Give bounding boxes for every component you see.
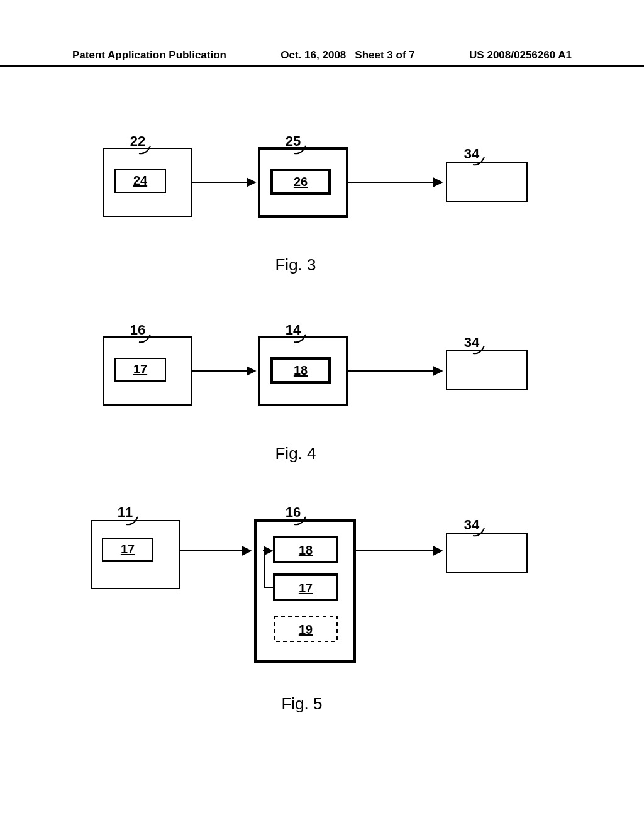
fig5-inner-17-label: 17 <box>121 542 135 556</box>
fig3-inner-24-label: 24 <box>133 174 148 187</box>
fig5-box-34 <box>447 533 527 572</box>
diagram-canvas: 22 24 25 26 34 Fig. 3 16 <box>0 0 644 830</box>
fig4-box-34 <box>447 351 527 390</box>
fig5-ref-34: 34 <box>464 517 480 533</box>
fig4-caption: Fig. 4 <box>275 444 316 463</box>
fig4-ref-14: 14 <box>286 322 301 338</box>
fig4-inner-18-label: 18 <box>294 363 308 377</box>
fig5-inner-17b-label: 17 <box>299 581 313 595</box>
fig5-inner-19-label: 19 <box>299 622 313 636</box>
fig4-inner-17-label: 17 <box>133 362 147 376</box>
fig5-caption: Fig. 5 <box>281 694 322 713</box>
fig3-box-22 <box>104 148 192 216</box>
fig4-ref-16: 16 <box>130 322 145 338</box>
fig5-group: 11 17 16 18 17 19 <box>91 504 527 713</box>
fig3-box-34 <box>447 162 527 201</box>
fig3-group: 22 24 25 26 34 Fig. 3 <box>104 133 527 274</box>
fig5-box-11 <box>91 521 179 589</box>
fig4-box-16 <box>104 337 192 405</box>
fig3-caption: Fig. 3 <box>275 255 316 274</box>
fig4-group: 16 17 14 18 34 Fig. 4 <box>104 322 527 463</box>
fig3-ref-34: 34 <box>464 146 480 162</box>
fig5-inner-18-label: 18 <box>299 543 313 557</box>
fig5-ref-16: 16 <box>286 504 301 520</box>
fig3-ref-22: 22 <box>130 133 145 149</box>
fig3-ref-25: 25 <box>286 133 301 149</box>
fig5-ref-11: 11 <box>118 504 133 520</box>
fig3-inner-26-label: 26 <box>294 175 308 189</box>
fig4-ref-34: 34 <box>464 335 480 350</box>
